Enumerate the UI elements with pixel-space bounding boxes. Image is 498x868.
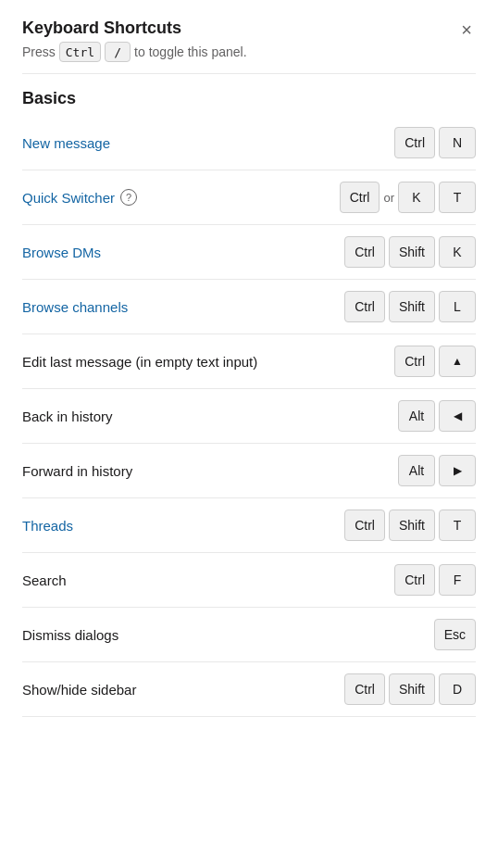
key-badge: D	[439, 673, 476, 705]
slash-key-badge: /	[105, 42, 131, 62]
key-badge: K	[398, 182, 435, 213]
shortcut-label: Edit last message (in empty text input)	[22, 354, 257, 370]
key-badge: Shift	[389, 236, 435, 268]
key-badge: Ctrl	[340, 182, 380, 213]
shortcut-keys: CtrlShiftL	[344, 291, 476, 322]
shortcut-row: Back in historyAlt◀	[22, 389, 476, 444]
key-badge: Ctrl	[344, 291, 385, 322]
keyboard-shortcuts-panel: Keyboard Shortcuts Press Ctrl / to toggl…	[0, 0, 498, 739]
shortcut-label[interactable]: New message	[22, 135, 110, 151]
shortcut-keys: CtrlShiftK	[344, 236, 476, 268]
panel-header: Keyboard Shortcuts Press Ctrl / to toggl…	[22, 19, 476, 62]
ctrl-key-badge: Ctrl	[59, 42, 101, 62]
shortcut-keys: CtrlShiftT	[344, 509, 476, 541]
key-badge: Esc	[434, 619, 476, 650]
subtitle-suffix: to toggle this panel.	[134, 44, 246, 59]
shortcut-row: Show/hide sidebarCtrlShiftD	[22, 662, 476, 717]
subtitle-press: Press	[22, 44, 56, 59]
key-badge: K	[439, 236, 476, 268]
key-badge: Alt	[398, 455, 435, 486]
shortcut-keys: Alt▶	[398, 455, 476, 486]
key-badge: ▲	[439, 346, 476, 377]
header-left: Keyboard Shortcuts Press Ctrl / to toggl…	[22, 19, 247, 62]
shortcut-label[interactable]: Quick Switcher?	[22, 189, 137, 206]
shortcut-row: Dismiss dialogsEsc	[22, 608, 476, 662]
shortcut-keys: CtrlN	[394, 127, 476, 158]
help-icon[interactable]: ?	[120, 189, 137, 206]
shortcuts-list: New messageCtrlNQuick Switcher?CtrlorKTB…	[22, 116, 476, 717]
or-separator: or	[383, 191, 394, 205]
close-button[interactable]: ×	[457, 19, 476, 41]
shortcut-keys: CtrlorKT	[340, 182, 476, 213]
shortcut-row: Browse DMsCtrlShiftK	[22, 225, 476, 280]
key-badge: Shift	[389, 673, 435, 705]
key-badge: Ctrl	[344, 509, 385, 541]
shortcut-keys: Ctrl▲	[394, 346, 476, 377]
shortcut-label[interactable]: Threads	[22, 518, 73, 534]
shortcut-row: New messageCtrlN	[22, 116, 476, 170]
key-badge: Ctrl	[344, 673, 385, 705]
key-badge: Alt	[398, 400, 435, 432]
shortcut-row: Quick Switcher?CtrlorKT	[22, 170, 476, 225]
key-badge: Shift	[389, 291, 435, 322]
key-badge: Ctrl	[344, 236, 385, 268]
key-badge: T	[439, 509, 476, 541]
key-badge: Ctrl	[394, 564, 435, 596]
key-badge: Shift	[389, 509, 435, 541]
shortcut-row: Browse channelsCtrlShiftL	[22, 280, 476, 334]
shortcut-label: Back in history	[22, 409, 113, 424]
shortcut-row: SearchCtrlF	[22, 553, 476, 608]
key-badge: F	[439, 564, 476, 596]
section-title: Basics	[22, 89, 476, 108]
key-badge: T	[439, 182, 476, 213]
key-badge: N	[439, 127, 476, 158]
shortcut-label[interactable]: Browse channels	[22, 299, 128, 315]
key-badge: ▶	[439, 455, 476, 486]
shortcut-keys: Alt◀	[398, 400, 476, 432]
header-divider	[22, 73, 476, 74]
key-badge: ◀	[439, 400, 476, 432]
shortcut-label: Dismiss dialogs	[22, 627, 118, 643]
panel-title: Keyboard Shortcuts	[22, 19, 247, 38]
shortcut-label: Show/hide sidebar	[22, 682, 136, 698]
shortcut-row: ThreadsCtrlShiftT	[22, 498, 476, 553]
key-badge: L	[439, 291, 476, 322]
key-badge: Ctrl	[394, 127, 435, 158]
key-badge: Ctrl	[394, 346, 435, 377]
shortcut-label: Search	[22, 572, 67, 588]
shortcut-keys: Esc	[434, 619, 476, 650]
shortcut-label: Forward in history	[22, 463, 132, 479]
shortcut-keys: CtrlF	[394, 564, 476, 596]
shortcut-row: Forward in historyAlt▶	[22, 444, 476, 498]
panel-subtitle: Press Ctrl / to toggle this panel.	[22, 42, 247, 62]
shortcut-label[interactable]: Browse DMs	[22, 245, 101, 260]
shortcut-keys: CtrlShiftD	[344, 673, 476, 705]
shortcut-row: Edit last message (in empty text input)C…	[22, 334, 476, 389]
